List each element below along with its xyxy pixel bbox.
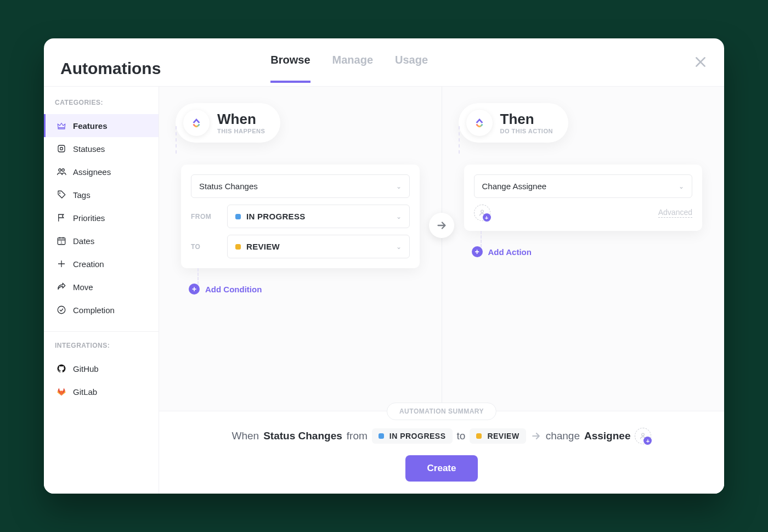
close-button[interactable]	[693, 55, 708, 69]
sidebar-item-gitlab[interactable]: GitLab	[44, 380, 159, 403]
when-header: When THIS HAPPENS	[176, 103, 280, 143]
chevron-down-icon: ⌄	[396, 183, 402, 190]
canvas: When THIS HAPPENS Status Changes ⌄ FROM	[159, 87, 724, 494]
when-title: When	[217, 112, 265, 126]
sidebar-item-completion[interactable]: Completion	[44, 298, 159, 321]
sidebar-item-label: Features	[73, 121, 108, 131]
when-card: Status Changes ⌄ FROM IN PROGRESS ⌄ TO	[181, 165, 420, 268]
sidebar-item-tags[interactable]: Tags	[44, 183, 159, 206]
to-label: TO	[191, 243, 218, 251]
summary-assignee: Assignee	[584, 430, 630, 442]
then-card: Change Assignee ⌄ + Advanced	[464, 165, 703, 231]
sidebar-item-label: Assignees	[73, 167, 111, 177]
plus-circle-icon: +	[472, 246, 483, 257]
modal-title: Automations	[60, 59, 161, 78]
header-tabs: Browse Manage Usage	[270, 54, 428, 83]
plus-circle-icon: +	[189, 284, 200, 295]
sidebar-item-assignees[interactable]: Assignees	[44, 160, 159, 183]
to-row: TO REVIEW ⌄	[191, 235, 410, 258]
sidebar-item-label: Creation	[73, 259, 104, 269]
clickup-logo-icon	[466, 110, 493, 136]
summary-to-word: to	[457, 430, 466, 442]
sidebar-item-github[interactable]: GitHub	[44, 357, 159, 380]
when-column: When THIS HAPPENS Status Changes ⌄ FROM	[159, 87, 442, 411]
sidebar-item-label: GitLab	[73, 387, 97, 397]
categories-label: CATEGORIES:	[44, 99, 159, 114]
status-color-dot	[235, 244, 241, 250]
sidebar: CATEGORIES: Features Statuses Assignees …	[44, 87, 159, 494]
trigger-value: Status Changes	[199, 182, 258, 191]
modal-body: CATEGORIES: Features Statuses Assignees …	[44, 87, 724, 494]
trigger-select[interactable]: Status Changes ⌄	[191, 174, 410, 198]
add-action-button[interactable]: + Add Action	[472, 246, 703, 257]
status-color-dot	[476, 433, 482, 439]
sidebar-item-label: Move	[73, 282, 93, 292]
sidebar-item-creation[interactable]: Creation	[44, 252, 159, 275]
add-condition-button[interactable]: + Add Condition	[189, 284, 420, 295]
summary-change-word: change	[546, 430, 580, 442]
status-color-dot	[235, 214, 241, 219]
share-arrow-icon	[57, 282, 66, 292]
integrations-label: INTEGRATIONS:	[44, 342, 159, 357]
connector-line	[197, 268, 199, 285]
assignee-row: + Advanced	[474, 205, 693, 221]
flag-icon	[57, 213, 66, 223]
add-assignee-button[interactable]: +	[474, 205, 490, 221]
advanced-link[interactable]: Advanced	[658, 208, 692, 218]
automations-modal: Automations Browse Manage Usage CATEGORI…	[44, 38, 724, 494]
summary-trigger: Status Changes	[263, 430, 342, 442]
sidebar-item-priorities[interactable]: Priorities	[44, 206, 159, 229]
then-title: Then	[500, 112, 553, 126]
add-action-label: Add Action	[488, 247, 532, 257]
plus-badge-icon: +	[483, 213, 491, 222]
chevron-down-icon: ⌄	[679, 183, 684, 190]
from-status-select[interactable]: IN PROGRESS ⌄	[227, 205, 410, 228]
from-row: FROM IN PROGRESS ⌄	[191, 205, 410, 228]
from-status-value: IN PROGRESS	[246, 212, 306, 221]
to-status-select[interactable]: REVIEW ⌄	[227, 235, 410, 258]
square-icon	[57, 144, 66, 154]
connector-line	[176, 126, 177, 154]
from-label: FROM	[191, 213, 218, 220]
sidebar-item-label: Statuses	[73, 144, 105, 154]
then-column: Then DO THIS ACTION Change Assignee ⌄	[442, 87, 725, 411]
sidebar-item-label: Tags	[73, 190, 91, 200]
arrow-right-icon	[530, 431, 541, 442]
modal-header: Automations Browse Manage Usage	[44, 38, 724, 87]
create-button[interactable]: Create	[405, 455, 478, 482]
sidebar-item-label: GitHub	[73, 364, 99, 373]
summary-to-pill: REVIEW	[470, 428, 526, 444]
tab-usage[interactable]: Usage	[395, 54, 428, 83]
flow-arrow-icon	[429, 213, 454, 238]
clickup-logo-icon	[183, 110, 210, 136]
add-condition-label: Add Condition	[205, 285, 262, 294]
chevron-down-icon: ⌄	[396, 243, 402, 251]
summary-section: AUTOMATION SUMMARY When Status Changes f…	[159, 411, 724, 494]
sidebar-item-dates[interactable]: Dates	[44, 229, 159, 252]
crown-icon	[57, 121, 66, 131]
connector-line	[481, 231, 482, 247]
status-color-dot	[379, 433, 384, 439]
gitlab-icon	[57, 387, 66, 397]
sidebar-item-label: Completion	[73, 305, 115, 315]
sidebar-item-move[interactable]: Move	[44, 275, 159, 298]
sidebar-item-features[interactable]: Features	[44, 114, 159, 137]
to-status-value: REVIEW	[246, 242, 280, 251]
sidebar-item-label: Dates	[73, 236, 94, 246]
tab-browse[interactable]: Browse	[270, 54, 310, 83]
summary-from-word: from	[347, 430, 368, 442]
sidebar-item-statuses[interactable]: Statuses	[44, 137, 159, 160]
builder: When THIS HAPPENS Status Changes ⌄ FROM	[159, 87, 724, 411]
summary-assignee-button[interactable]: +	[635, 428, 651, 444]
when-subtitle: THIS HAPPENS	[217, 128, 265, 134]
sidebar-divider	[44, 331, 159, 332]
plus-outline-icon	[57, 259, 66, 269]
sidebar-item-label: Priorities	[73, 213, 105, 223]
summary-from-pill: IN PROGRESS	[372, 428, 453, 444]
tag-icon	[57, 190, 66, 200]
action-select[interactable]: Change Assignee ⌄	[474, 174, 693, 198]
summary-when-word: When	[232, 430, 259, 442]
check-circle-icon	[57, 305, 66, 315]
connector-line	[459, 126, 460, 154]
tab-manage[interactable]: Manage	[332, 54, 373, 83]
